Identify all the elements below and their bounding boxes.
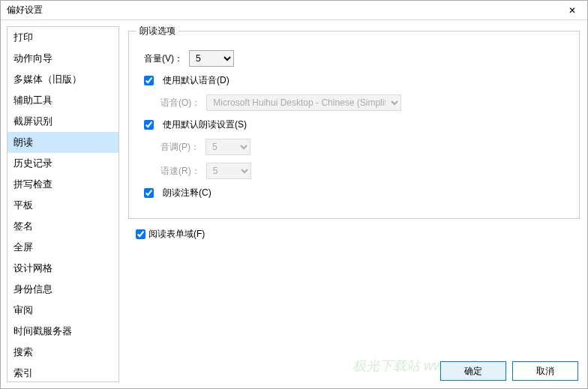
volume-row: 音量(V)： 5 [144,50,568,67]
sidebar-item-action-wizard[interactable]: 动作向导 [8,48,118,69]
reading-options-group: 朗读选项 音量(V)： 5 使用默认语音(D) 语音(O)： Microsoft… [128,31,580,219]
sidebar-item-grid[interactable]: 设计网格 [8,258,118,279]
sidebar-item-tablet[interactable]: 平板 [8,195,118,216]
use-default-read-settings-row: 使用默认朗读设置(S) [144,118,568,131]
content-panel: 朗读选项 音量(V)： 5 使用默认语音(D) 语音(O)： Microsoft… [127,26,581,382]
read-comments-row: 朗读注释(C) [144,187,568,199]
sidebar-item-screenshot-ocr[interactable]: 截屏识别 [8,111,118,132]
sidebar-item-index[interactable]: 索引 [8,363,118,382]
sidebar-item-history[interactable]: 历史记录 [8,153,118,174]
sidebar-item-fullscreen[interactable]: 全屏 [8,237,118,258]
read-form-fields-label: 阅读表单域(F) [148,228,205,241]
preferences-window: 偏好设置 ✕ 打印 动作向导 多媒体（旧版） 辅助工具 截屏识别 朗读 历史记录… [0,0,588,389]
sidebar-item-signatures[interactable]: 签名 [8,216,118,237]
pitch-select: 5 [206,139,250,155]
sidebar-item-review[interactable]: 审阅 [8,300,118,321]
volume-label: 音量(V)： [144,52,183,65]
close-button[interactable]: ✕ [557,1,587,20]
window-title: 偏好设置 [7,4,43,16]
sidebar-item-print[interactable]: 打印 [8,27,118,48]
sidebar-item-identity[interactable]: 身份信息 [8,279,118,300]
pitch-label: 音调(P)： [160,141,200,154]
use-default-voice-row: 使用默认语音(D) [144,74,568,87]
sidebar-item-spelling[interactable]: 拼写检查 [8,174,118,195]
read-comments-checkbox[interactable] [144,188,154,198]
sidebar-item-reading[interactable]: 朗读 [8,132,118,153]
titlebar: 偏好设置 ✕ [1,1,587,20]
sidebar-item-search[interactable]: 搜索 [8,342,118,363]
sidebar-item-timestamp-server[interactable]: 时间戳服务器 [8,321,118,342]
use-default-voice-checkbox[interactable] [144,76,154,85]
category-sidebar[interactable]: 打印 动作向导 多媒体（旧版） 辅助工具 截屏识别 朗读 历史记录 拼写检查 平… [7,26,119,382]
speed-label: 语速(R)： [160,165,200,178]
dialog-footer: 确定 取消 [440,361,578,381]
sidebar-item-multimedia-legacy[interactable]: 多媒体（旧版） [8,69,118,90]
volume-select[interactable]: 5 [189,50,234,67]
use-default-read-settings-checkbox[interactable] [144,120,154,130]
read-form-fields-row: 阅读表单域(F) [136,228,581,241]
pitch-row: 音调(P)： 5 [144,139,568,155]
group-title: 朗读选项 [136,25,178,37]
use-default-voice-label: 使用默认语音(D) [163,74,230,87]
ok-button[interactable]: 确定 [440,361,506,381]
voice-label: 语音(O)： [160,97,200,109]
sidebar-item-accessibility[interactable]: 辅助工具 [8,90,118,111]
speed-row: 语速(R)： 5 [144,163,568,179]
voice-select: Microsoft Huihui Desktop - Chinese (Simp… [206,94,401,111]
voice-row: 语音(O)： Microsoft Huihui Desktop - Chines… [144,94,568,111]
speed-select: 5 [206,163,251,179]
use-default-read-settings-label: 使用默认朗读设置(S) [163,118,247,131]
cancel-button[interactable]: 取消 [512,361,578,381]
close-icon: ✕ [568,5,576,16]
read-comments-label: 朗读注释(C) [163,187,212,199]
read-form-fields-checkbox[interactable] [136,229,146,239]
